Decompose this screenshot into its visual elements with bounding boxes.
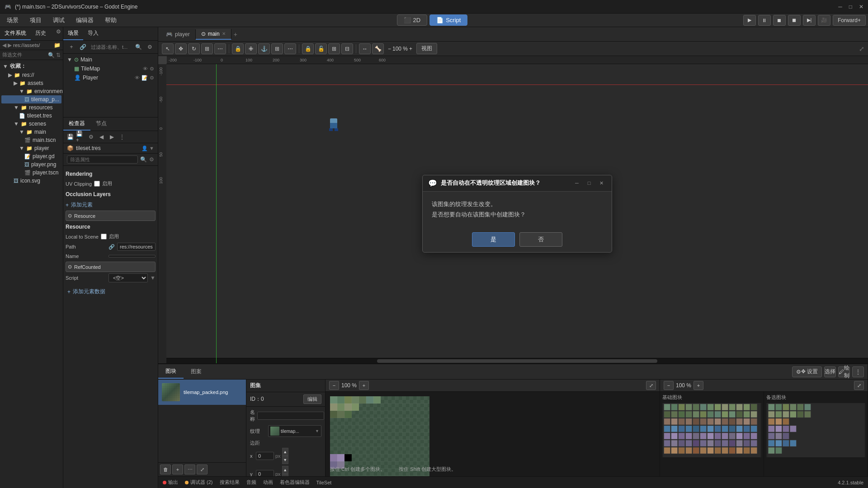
tab-filesystem[interactable]: 文件系统 — [0, 27, 31, 40]
tileset-setup-btn[interactable]: ⚙ ✥ 设置 — [792, 366, 822, 377]
inspector-options-btn[interactable]: ⚙ — [86, 132, 95, 141]
tile-expand-btn[interactable]: ⤢ — [646, 381, 656, 390]
tileset-btn[interactable]: TileSet — [316, 480, 332, 485]
tab-scene[interactable]: 场景 — [63, 27, 83, 40]
preview-zoom-plus[interactable]: + — [693, 381, 703, 390]
bones-btn[interactable]: 🦴 — [372, 43, 384, 54]
tilemap-eye-icon[interactable]: 👁 — [143, 66, 148, 71]
forward-nav-btn[interactable]: ▶ — [8, 42, 12, 48]
dialog-maximize-btn[interactable]: □ — [584, 179, 594, 187]
add-occlusion-btn[interactable]: + 添加元素 — [66, 199, 156, 211]
minimize-btn[interactable]: ─ — [838, 4, 842, 10]
inspector-back-btn[interactable]: ◀ — [97, 132, 106, 141]
script-arrow-icon[interactable]: ▼ — [150, 275, 156, 281]
tileset-tab-tiles[interactable]: 图块 — [158, 365, 184, 379]
tile-zoom-plus[interactable]: + — [359, 381, 369, 390]
audio-btn[interactable]: 音频 — [246, 479, 256, 486]
preview-expand[interactable]: ⤢ — [854, 381, 864, 390]
color-picker-btn[interactable]: 着色器编辑器 — [280, 479, 310, 486]
local-to-scene-checkbox[interactable] — [101, 234, 107, 239]
grid-btn[interactable]: ⊞ — [271, 43, 283, 54]
player-lock-icon[interactable]: ⚙ — [150, 75, 154, 81]
main-tab-close[interactable]: ✕ — [222, 31, 226, 36]
script-select[interactable]: <空> — [108, 273, 148, 282]
maximize-btn[interactable]: □ — [849, 4, 852, 10]
pause-btn[interactable]: ⏸ — [758, 15, 771, 26]
resource-edit-icon[interactable]: 👤 — [142, 145, 148, 151]
tileset-paint-btn[interactable]: 🖊 绘制 — [838, 366, 850, 377]
tileset-select-btn[interactable]: 选择 — [824, 366, 836, 377]
group-btn[interactable]: ⊞ — [328, 43, 340, 54]
snap-btn[interactable]: 🔒 — [232, 43, 244, 54]
file-item-player-tscn[interactable]: 🎬 player.tscn — [1, 169, 61, 177]
tab-main[interactable]: ⊙ main ✕ — [196, 29, 231, 40]
scene-options-icon[interactable]: ⚙ — [145, 42, 154, 52]
file-item-player-folder[interactable]: ▼ 📁 player — [1, 144, 61, 152]
file-item-player-png[interactable]: 🖼 player.png — [1, 160, 61, 169]
animation-btn[interactable]: 动画 — [263, 479, 273, 486]
scene-node-player[interactable]: 👤 Player 👁 📝 ⚙ — [65, 73, 156, 82]
base-tiles-grid[interactable] — [662, 403, 761, 457]
ungroup-btn[interactable]: ⊟ — [341, 43, 353, 54]
scene-node-tilemap[interactable]: ▦ TileMap 👁 ⚙ — [65, 64, 156, 73]
save-resource-btn[interactable]: 💾 — [66, 132, 75, 141]
tab-player[interactable]: 🎮 player — [160, 29, 196, 39]
zoom-minus-btn[interactable]: − — [388, 46, 391, 52]
texture-select-btn[interactable]: tilemap... ▼ — [268, 425, 321, 437]
uv-clipping-checkbox[interactable] — [94, 181, 100, 187]
sort-icon[interactable]: ⇅ — [56, 52, 61, 58]
move-tool-btn[interactable]: ✥ — [175, 43, 187, 54]
name-value[interactable] — [108, 255, 156, 258]
dialog-yes-btn[interactable]: 是 — [472, 232, 515, 247]
inspector-forward-btn[interactable]: ▶ — [107, 132, 116, 141]
file-item-tilemap[interactable]: 🖼 tilemap_p... — [1, 95, 61, 103]
file-item-icon-svg[interactable]: 🖼 icon.svg — [1, 177, 61, 185]
occlusion-resource-btn[interactable]: ⊙ Resource — [66, 211, 156, 221]
scene-viewport[interactable]: 💬 是否自动在不透明纹理区域创建图块？ ─ □ ✕ 该图集的纹 — [166, 64, 868, 363]
close-btn[interactable]: ✕ — [859, 4, 863, 10]
tab-node[interactable]: 节点 — [90, 117, 112, 131]
lock-btn[interactable]: 🔒 — [302, 43, 314, 54]
title-bar-controls[interactable]: ─ □ ✕ — [838, 4, 863, 10]
unlock-btn[interactable]: 🔓 — [315, 43, 327, 54]
menu-item-debug[interactable]: 调试 — [48, 15, 69, 26]
delete-tileset-btn[interactable]: 🗑 — [160, 465, 171, 474]
left-panel-settings[interactable]: ⚙ — [54, 27, 63, 36]
tileset-file-item[interactable]: tilemap_packed.png — [158, 380, 246, 405]
pivot-btn[interactable]: ✙ — [245, 43, 257, 54]
anchor-btn[interactable]: ⚓ — [258, 43, 270, 54]
select-tool-btn[interactable]: ↖ — [162, 43, 174, 54]
file-item-assets[interactable]: ▶ 📁 assets — [1, 79, 61, 87]
refcounted-row[interactable]: ⊙ RefCounted — [66, 262, 156, 272]
filter-options-icon[interactable]: ⚙ — [149, 156, 154, 163]
alt-tiles-grid[interactable] — [766, 403, 866, 457]
search-scene-icon[interactable]: 🔍 — [134, 42, 143, 52]
player-script-icon[interactable]: 📝 — [142, 75, 148, 81]
player-eye-icon[interactable]: 👁 — [135, 75, 140, 80]
path-value[interactable]: res://resources — [117, 243, 156, 251]
margin-x-up[interactable]: ▲ — [282, 448, 288, 456]
name-prop-input[interactable] — [257, 412, 324, 420]
stop-btn[interactable]: ⏹ — [773, 15, 786, 26]
tile-zoom-minus[interactable]: − — [329, 381, 339, 390]
menu-item-editor[interactable]: 编辑器 — [71, 15, 98, 26]
add-tileset-btn[interactable]: + — [172, 465, 183, 474]
output-btn[interactable]: 输出 — [163, 479, 178, 486]
file-item-tileset[interactable]: 📄 tileset.tres — [1, 112, 61, 120]
scene-filter-input[interactable]: 过滤器:名称、t... — [90, 44, 132, 51]
margin-y-stepper[interactable]: ▲ ▼ — [282, 466, 288, 476]
tileset-option-btn[interactable]: ⋮ — [852, 366, 864, 377]
menu-item-scene[interactable]: 场景 — [2, 15, 23, 26]
forward-btn[interactable]: Forward+ — [833, 15, 866, 26]
margin-x-down[interactable]: ▼ — [282, 456, 288, 464]
file-item-scenes[interactable]: ▼ 📁 scenes — [1, 120, 61, 128]
search-icon[interactable]: 🔍 — [48, 52, 55, 58]
margin-x-input[interactable] — [256, 452, 274, 460]
margin-y-up[interactable]: ▲ — [282, 466, 288, 474]
debugger-btn[interactable]: 调试器 (2) — [185, 479, 213, 486]
snap-options-btn[interactable]: ⋯ — [284, 43, 296, 54]
file-item-res[interactable]: ▶ 📁 res:// — [1, 71, 61, 79]
margin-y-input[interactable] — [256, 470, 274, 476]
inspector-menu-btn[interactable]: ⋮ — [118, 132, 127, 141]
link-node-btn[interactable]: 🔗 — [78, 42, 87, 52]
